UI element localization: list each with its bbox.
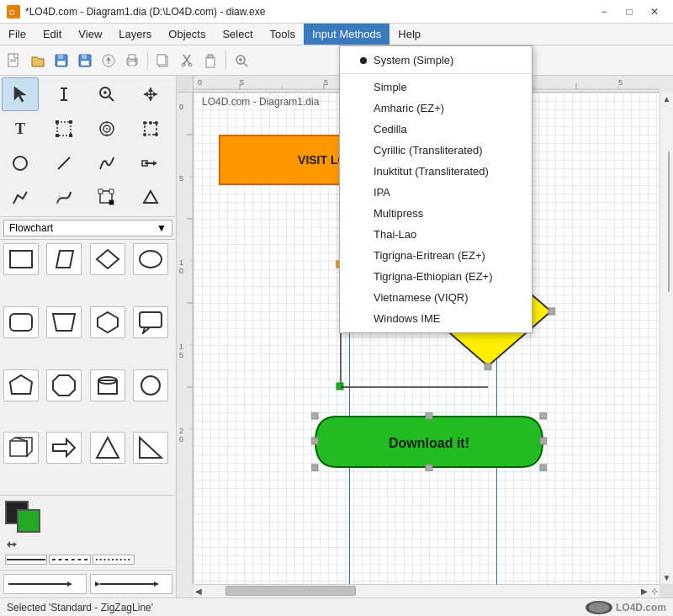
input-method-vietnamese[interactable]: Vietnamese (VIQR) bbox=[340, 287, 532, 308]
input-method-multipress[interactable]: Multipress bbox=[340, 203, 532, 224]
resize-handle[interactable]: ⊹ bbox=[649, 587, 660, 596]
tool-text-cursor[interactable] bbox=[45, 77, 82, 111]
line-style-dashed[interactable] bbox=[49, 555, 91, 565]
svg-marker-61 bbox=[153, 161, 157, 166]
save-button[interactable] bbox=[50, 50, 72, 72]
svg-rect-46 bbox=[69, 134, 72, 137]
input-method-cedilla[interactable]: Cedilla bbox=[340, 119, 532, 140]
input-method-label: Vietnamese (VIQR) bbox=[374, 291, 468, 304]
svg-rect-141 bbox=[485, 364, 491, 370]
shape-circle[interactable] bbox=[133, 369, 168, 401]
scroll-right-button[interactable]: ▶ bbox=[639, 585, 649, 597]
background-color[interactable] bbox=[17, 509, 40, 533]
paste-button[interactable] bbox=[199, 50, 221, 72]
input-method-label: Tigrigna-Ethiopian (EZ+) bbox=[374, 270, 493, 283]
tool-connector[interactable] bbox=[132, 146, 169, 180]
line-style-solid[interactable] bbox=[5, 555, 47, 565]
menu-view[interactable]: View bbox=[70, 24, 110, 45]
svg-text:0: 0 bbox=[179, 103, 183, 111]
shape-right-triangle[interactable] bbox=[133, 432, 168, 464]
new-button[interactable] bbox=[3, 50, 25, 72]
export-button[interactable] bbox=[98, 50, 119, 72]
copy-button[interactable] bbox=[152, 50, 174, 72]
input-method-amharic[interactable]: Amharic (EZ+) bbox=[340, 98, 532, 119]
save-as-button[interactable] bbox=[74, 50, 96, 72]
shape-triangle[interactable] bbox=[90, 432, 125, 464]
close-button[interactable]: ✕ bbox=[643, 3, 666, 21]
scroll-down-button[interactable]: ▼ bbox=[661, 571, 673, 584]
scrollbar-vertical[interactable]: ▲ ▼ bbox=[660, 93, 673, 584]
scroll-thumb-v[interactable] bbox=[668, 151, 670, 291]
shape-parallelogram[interactable] bbox=[46, 243, 82, 275]
shape-ellipse[interactable] bbox=[133, 243, 168, 275]
scrollbar-horizontal[interactable]: ◀ ▶ ⊹ bbox=[193, 584, 660, 597]
menu-objects[interactable]: Objects bbox=[160, 24, 214, 45]
tool-box-edit[interactable] bbox=[88, 181, 125, 215]
input-method-thai-lao[interactable]: Thai-Lao bbox=[340, 224, 532, 245]
tool-box-select[interactable] bbox=[45, 112, 82, 146]
shape-cylinder[interactable] bbox=[90, 369, 125, 401]
main-area: T bbox=[0, 76, 673, 597]
tool-bezier[interactable] bbox=[45, 181, 82, 215]
tool-text[interactable]: T bbox=[2, 112, 39, 146]
shape-hexagon[interactable] bbox=[90, 306, 125, 338]
tool-target[interactable] bbox=[88, 112, 125, 146]
shape-download[interactable]: Download it! bbox=[311, 412, 547, 474]
tool-move[interactable] bbox=[132, 77, 169, 111]
shape-rect-rounded[interactable] bbox=[3, 306, 39, 338]
input-method-cyrillic[interactable]: Cyrillic (Transliterated) bbox=[340, 140, 532, 161]
svg-marker-74 bbox=[53, 314, 75, 331]
shape-octagon[interactable] bbox=[46, 369, 82, 401]
scroll-up-button[interactable]: ▲ bbox=[661, 93, 673, 105]
menu-tools[interactable]: Tools bbox=[262, 24, 304, 45]
title-left: D *LO4D.com - Diagram1.dia (D:\LO4D.com)… bbox=[7, 5, 265, 19]
menu-layers[interactable]: Layers bbox=[110, 24, 160, 45]
menu-file[interactable]: File bbox=[0, 24, 34, 45]
menu-edit[interactable]: Edit bbox=[34, 24, 70, 45]
tool-select[interactable] bbox=[2, 77, 39, 111]
menu-select[interactable]: Select bbox=[214, 24, 261, 45]
shape-trapezoid[interactable] bbox=[46, 306, 82, 338]
maximize-button[interactable]: □ bbox=[617, 3, 641, 21]
cut-button[interactable] bbox=[176, 50, 198, 72]
input-method-system-simple[interactable]: System (Simple) bbox=[340, 50, 532, 71]
shape-arrow[interactable] bbox=[46, 432, 82, 464]
tool-shape[interactable] bbox=[132, 181, 169, 215]
scroll-thumb-h[interactable] bbox=[225, 586, 356, 596]
open-button[interactable] bbox=[27, 50, 49, 72]
svg-point-16 bbox=[135, 60, 136, 61]
shape-selector-arrow[interactable]: ▼ bbox=[156, 222, 167, 234]
svg-marker-79 bbox=[53, 375, 75, 396]
input-method-simple[interactable]: Simple bbox=[340, 77, 532, 98]
tool-line[interactable] bbox=[45, 146, 82, 180]
input-method-windows-ime[interactable]: Windows IME bbox=[340, 308, 532, 329]
input-method-inuktitut[interactable]: Inuktitut (Transliterated) bbox=[340, 161, 532, 182]
connector-line[interactable] bbox=[3, 574, 87, 594]
tool-poly[interactable] bbox=[2, 181, 39, 215]
svg-marker-87 bbox=[140, 438, 162, 458]
connector-arrow[interactable] bbox=[90, 574, 173, 594]
svg-rect-10 bbox=[81, 61, 89, 66]
tool-curve[interactable] bbox=[88, 146, 125, 180]
scroll-left-button[interactable]: ◀ bbox=[193, 585, 204, 597]
input-method-tigrigna-eritrean[interactable]: Tigrigna-Eritrean (EZ+) bbox=[340, 245, 532, 266]
minimize-button[interactable]: − bbox=[592, 3, 616, 21]
line-style-dotted[interactable] bbox=[93, 555, 135, 565]
input-method-tigrigna-ethiopian[interactable]: Tigrigna-Ethiopian (EZ+) bbox=[340, 266, 532, 287]
shape-rect-3d[interactable] bbox=[3, 432, 39, 464]
tool-transform[interactable] bbox=[132, 112, 169, 146]
tool-circle[interactable] bbox=[2, 146, 39, 180]
shape-diamond[interactable] bbox=[90, 243, 125, 275]
svg-rect-69 bbox=[10, 251, 32, 268]
swap-colors[interactable] bbox=[5, 538, 135, 551]
input-method-label: Windows IME bbox=[374, 312, 440, 325]
tool-zoom[interactable] bbox=[88, 77, 125, 111]
print-button[interactable] bbox=[121, 50, 143, 72]
menu-input-methods[interactable]: Input Methods bbox=[304, 24, 389, 45]
shape-pentagon[interactable] bbox=[3, 369, 39, 401]
input-method-ipa[interactable]: IPA bbox=[340, 182, 532, 203]
zoom-button[interactable] bbox=[231, 50, 252, 72]
menu-help[interactable]: Help bbox=[389, 24, 429, 45]
shape-speech[interactable] bbox=[133, 306, 168, 338]
shape-rectangle[interactable] bbox=[3, 243, 39, 275]
